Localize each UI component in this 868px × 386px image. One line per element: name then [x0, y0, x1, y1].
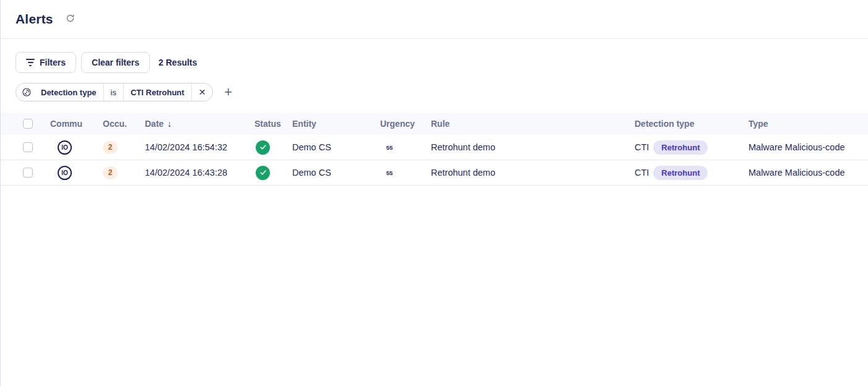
toolbar: Filters Clear filters 2 Results [15, 52, 868, 73]
add-filter-button[interactable]: + [223, 85, 233, 99]
table-header-row: Commu Occu. Date ↓ Status Entity Urgency… [1, 113, 868, 135]
detection-type-badge: Retrohunt [653, 140, 708, 155]
filters-button[interactable]: Filters [15, 52, 76, 73]
filter-chip-value: CTI Retrohunt [124, 84, 192, 101]
clear-filters-button[interactable]: Clear filters [81, 52, 150, 73]
column-header-urgency[interactable]: Urgency [380, 119, 431, 129]
occurrences-badge: 2 [103, 141, 118, 154]
results-count: 2 Results [158, 58, 197, 67]
row-checkbox[interactable] [23, 142, 33, 152]
alert-rule: Retrohunt demo [431, 142, 635, 152]
filter-chip-field: Detection type [34, 84, 104, 101]
column-header-entity[interactable]: Entity [292, 119, 380, 129]
column-header-occurrences[interactable]: Occu. [103, 119, 145, 129]
alert-date: 14/02/2024 16:54:32 [145, 142, 254, 152]
filter-icon [26, 59, 35, 66]
alert-type: Malware Malicious-code [749, 142, 868, 152]
sort-descending-icon[interactable]: ↓ [167, 119, 171, 129]
alert-date: 14/02/2024 16:43:28 [145, 168, 254, 178]
active-filters-row: Detection type is CTI Retrohunt ✕ + [15, 83, 868, 101]
alerts-page: Alerts Filters Clear filters 2 Results [0, 0, 868, 386]
occurrences-badge: 2 [103, 166, 118, 179]
detection-category: CTI [635, 168, 649, 178]
clear-filters-button-label: Clear filters [92, 58, 139, 67]
refresh-icon [66, 14, 75, 25]
alert-entity: Demo CS [292, 168, 380, 178]
column-header-community[interactable]: Commu [50, 119, 103, 129]
status-success-icon [256, 140, 270, 155]
alerts-table: Commu Occu. Date ↓ Status Entity Urgency… [1, 113, 868, 186]
refresh-button[interactable] [66, 14, 75, 25]
alert-type: Malware Malicious-code [749, 168, 868, 178]
detection-type-icon [16, 84, 34, 101]
filters-button-label: Filters [40, 58, 66, 67]
row-checkbox[interactable] [23, 168, 33, 178]
detection-category: CTI [635, 142, 649, 152]
title-bar: Alerts [1, 0, 868, 39]
column-header-detection-type[interactable]: Detection type [635, 119, 749, 129]
column-header-type[interactable]: Type [749, 119, 868, 129]
column-header-status[interactable]: Status [254, 119, 292, 129]
page-title: Alerts [15, 12, 53, 27]
alert-row[interactable]: IO 2 14/02/2024 16:43:28 Demo CS 55 Retr… [1, 160, 868, 186]
alert-entity: Demo CS [292, 142, 380, 152]
column-header-rule[interactable]: Rule [431, 119, 635, 129]
detection-type-badge: Retrohunt [653, 166, 708, 180]
filter-chip-operator: is [104, 84, 124, 101]
filter-chip-detection-type[interactable]: Detection type is CTI Retrohunt ✕ [15, 83, 213, 101]
community-icon: IO [58, 140, 72, 155]
alert-row[interactable]: IO 2 14/02/2024 16:54:32 Demo CS 55 Retr… [1, 135, 868, 160]
select-all-checkbox[interactable] [23, 119, 33, 129]
remove-filter-icon[interactable]: ✕ [192, 84, 213, 101]
column-header-date[interactable]: Date ↓ [145, 119, 254, 129]
community-icon: IO [58, 166, 72, 180]
status-success-icon [256, 166, 270, 180]
alert-rule: Retrohunt demo [431, 168, 635, 178]
